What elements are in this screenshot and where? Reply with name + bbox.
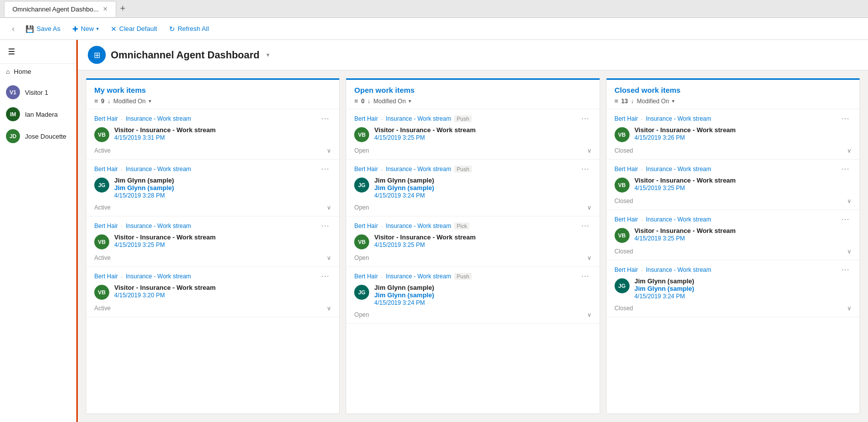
- item-expand-button-0-0[interactable]: ∨: [327, 147, 331, 154]
- item-expand-button-2-3[interactable]: ∨: [847, 305, 852, 312]
- hamburger-button[interactable]: ☰: [6, 45, 17, 58]
- sidebar-user-name-v1: Visitor 1: [25, 89, 48, 96]
- item-agent-2-1[interactable]: Bert Hair: [615, 166, 638, 173]
- item-more-button-1-1[interactable]: ···: [579, 165, 591, 174]
- item-name-2-2: Visitor - Insurance - Work stream: [635, 227, 852, 234]
- item-expand-button-2-1[interactable]: ∨: [847, 198, 852, 205]
- item-workstream-1-3[interactable]: Insurance - Work stream: [386, 273, 451, 280]
- sidebar-item-v1[interactable]: V1 Visitor 1: [0, 81, 76, 103]
- item-agent-2-3[interactable]: Bert Hair: [615, 266, 638, 273]
- item-agent-1-2[interactable]: Bert Hair: [354, 222, 378, 229]
- refresh-all-button[interactable]: ↻ Refresh All: [164, 22, 214, 35]
- item-more-button-1-2[interactable]: ···: [579, 221, 591, 230]
- page-title-dropdown-icon[interactable]: ▾: [266, 51, 269, 58]
- item-workstream-2-1[interactable]: Insurance - Work stream: [646, 166, 711, 173]
- item-separator-2-0: ·: [641, 115, 643, 123]
- sort-arrow-open-work-items[interactable]: ↓: [368, 98, 371, 105]
- save-as-button[interactable]: 💾 Save As: [20, 22, 65, 35]
- back-button[interactable]: ‹: [8, 22, 18, 36]
- item-more-button-0-1[interactable]: ···: [319, 165, 331, 174]
- sort-arrow-my-work-items[interactable]: ↓: [107, 98, 110, 105]
- item-workstream-0-1[interactable]: Insurance - Work stream: [126, 166, 191, 173]
- item-expand-button-1-0[interactable]: ∨: [587, 147, 592, 154]
- item-expand-button-0-1[interactable]: ∨: [327, 204, 331, 211]
- tab-close-icon[interactable]: ✕: [103, 5, 108, 12]
- item-workstream-0-2[interactable]: Insurance - Work stream: [126, 222, 191, 229]
- new-dropdown-icon[interactable]: ▾: [96, 26, 99, 31]
- sidebar-header: ☰: [0, 40, 76, 64]
- item-expand-button-0-2[interactable]: ∨: [327, 254, 331, 261]
- item-expand-button-2-2[interactable]: ∨: [847, 248, 852, 255]
- dashboard-icon: ⊞: [94, 50, 100, 60]
- column-count-my-work-items: 9: [101, 98, 105, 105]
- item-workstream-1-2[interactable]: Insurance - Work stream: [386, 222, 451, 229]
- item-more-button-2-3[interactable]: ···: [840, 265, 852, 274]
- item-workstream-0-3[interactable]: Insurance - Work stream: [126, 273, 191, 280]
- item-status-1-0: Open: [354, 147, 369, 154]
- active-tab[interactable]: Omnichannel Agent Dashbo... ✕: [4, 1, 116, 17]
- item-separator-1-0: ·: [381, 115, 383, 123]
- items-list-my-work-items: Bert Hair · Insurance - Work stream ··· …: [86, 109, 339, 414]
- item-agent-2-2[interactable]: Bert Hair: [615, 216, 638, 223]
- sort-arrow-closed-work-items[interactable]: ↓: [631, 98, 634, 105]
- sidebar-item-jd[interactable]: JD Jose Doucette: [0, 125, 76, 147]
- item-more-button-2-0[interactable]: ···: [840, 114, 852, 123]
- column-open-work-items: Open work items ≡ 0 ↓ Modified On ▾ Bert…: [346, 78, 600, 414]
- item-name-link-1-1[interactable]: Jim Glynn (sample): [374, 184, 591, 192]
- item-agent-1-3[interactable]: Bert Hair: [354, 273, 378, 280]
- item-more-button-0-3[interactable]: ···: [319, 272, 331, 281]
- sort-icon-my-work-items: ≡: [94, 97, 98, 105]
- item-expand-button-2-0[interactable]: ∨: [847, 147, 852, 154]
- item-agent-0-1[interactable]: Bert Hair: [94, 166, 118, 173]
- sort-dropdown-icon-open-work-items[interactable]: ▾: [409, 98, 411, 104]
- toolbar: ‹ 💾 Save As ✚ New ▾ ✕ Clear Default ↻ Re…: [0, 18, 868, 40]
- item-agent-2-0[interactable]: Bert Hair: [615, 115, 638, 122]
- item-more-button-0-0[interactable]: ···: [319, 114, 331, 123]
- item-separator-0-0: ·: [121, 115, 123, 123]
- item-expand-button-1-2[interactable]: ∨: [587, 254, 592, 261]
- item-workstream-1-1[interactable]: Insurance - Work stream: [386, 166, 451, 173]
- item-separator-1-3: ·: [381, 273, 383, 280]
- item-name-link-2-3[interactable]: Jim Glynn (sample): [635, 285, 852, 292]
- work-item-2-1: Bert Hair · Insurance - Work stream ··· …: [607, 160, 860, 210]
- item-agent-0-0[interactable]: Bert Hair: [94, 115, 118, 122]
- item-agent-0-2[interactable]: Bert Hair: [94, 222, 118, 229]
- clear-default-button[interactable]: ✕ Clear Default: [106, 22, 162, 35]
- item-workstream-2-0[interactable]: Insurance - Work stream: [646, 115, 711, 122]
- item-more-button-2-1[interactable]: ···: [840, 165, 852, 174]
- new-button[interactable]: ✚ New ▾: [67, 22, 104, 35]
- sort-dropdown-icon-my-work-items[interactable]: ▾: [149, 98, 151, 104]
- item-workstream-0-0[interactable]: Insurance - Work stream: [126, 115, 191, 122]
- item-workstream-1-0[interactable]: Insurance - Work stream: [386, 115, 451, 122]
- item-agent-1-0[interactable]: Bert Hair: [354, 115, 378, 122]
- item-agent-0-3[interactable]: Bert Hair: [94, 273, 118, 280]
- item-expand-button-1-1[interactable]: ∨: [587, 204, 592, 211]
- item-separator-2-1: ·: [641, 166, 643, 173]
- item-name-link-1-3[interactable]: Jim Glynn (sample): [374, 291, 591, 299]
- item-status-1-2: Open: [354, 254, 369, 261]
- column-header-open-work-items: Open work items ≡ 0 ↓ Modified On ▾: [346, 80, 599, 109]
- item-more-button-1-3[interactable]: ···: [579, 272, 591, 281]
- item-more-button-2-2[interactable]: ···: [840, 215, 852, 224]
- item-separator-1-1: ·: [381, 166, 383, 173]
- item-expand-button-0-3[interactable]: ∨: [327, 305, 331, 312]
- item-more-button-1-0[interactable]: ···: [579, 114, 591, 123]
- sort-label-closed-work-items[interactable]: Modified On: [637, 98, 669, 105]
- item-separator-2-3: ·: [641, 266, 643, 274]
- item-name-0-1: Jim Glynn (sample): [114, 177, 331, 184]
- item-workstream-2-3[interactable]: Insurance - Work stream: [646, 266, 711, 273]
- tab-bar: Omnichannel Agent Dashbo... ✕ +: [0, 0, 868, 18]
- item-agent-1-1[interactable]: Bert Hair: [354, 166, 378, 173]
- item-name-link-0-1[interactable]: Jim Glynn (sample): [114, 184, 331, 192]
- sidebar-users-list: V1 Visitor 1 IM Ian Madera JD Jose Douce…: [0, 79, 76, 149]
- item-more-button-0-2[interactable]: ···: [319, 221, 331, 230]
- sort-label-open-work-items[interactable]: Modified On: [374, 98, 406, 105]
- sort-dropdown-icon-closed-work-items[interactable]: ▾: [672, 98, 674, 104]
- sidebar-item-im[interactable]: IM Ian Madera: [0, 103, 76, 125]
- refresh-icon: ↻: [169, 25, 175, 33]
- item-expand-button-1-3[interactable]: ∨: [587, 311, 592, 318]
- sidebar-item-home[interactable]: ⌂ Home: [0, 64, 76, 79]
- add-tab-button[interactable]: +: [116, 3, 130, 14]
- item-workstream-2-2[interactable]: Insurance - Work stream: [646, 216, 711, 223]
- sort-label-my-work-items[interactable]: Modified On: [113, 98, 146, 105]
